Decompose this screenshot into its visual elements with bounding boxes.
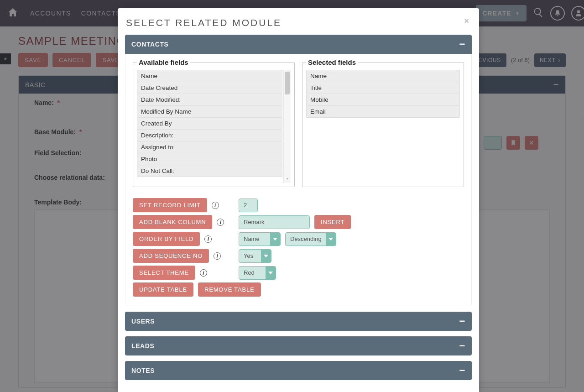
scrollbar-thumb[interactable] [285, 72, 290, 94]
accordion-users: USERS− [125, 312, 472, 331]
available-field-item[interactable]: Assigned to: [137, 141, 282, 153]
accordion-header-leads[interactable]: LEADS− [125, 336, 472, 355]
minus-icon: − [459, 365, 465, 376]
minus-icon: − [459, 38, 465, 50]
available-field-item[interactable]: Do Not Call: [137, 165, 282, 177]
selected-field-item[interactable]: Mobile [306, 94, 460, 106]
selected-fields-legend: Selected fields [306, 58, 358, 66]
accordion-leads: LEADS− [125, 336, 472, 355]
modal-title: SELECT RELATED MODULE [126, 17, 472, 28]
selected-field-item[interactable]: Email [306, 105, 460, 118]
selected-field-item[interactable]: Name [306, 70, 460, 82]
available-field-item[interactable]: Date Created [137, 82, 282, 94]
set-record-limit-button[interactable]: SET RECORD LIMIT [133, 198, 207, 212]
scroll-down-icon[interactable] [284, 175, 291, 183]
caret-down-icon [264, 255, 268, 257]
sequence-select[interactable]: Yes [239, 249, 271, 263]
insert-button[interactable]: INSERT [314, 215, 351, 229]
info-icon[interactable]: i [204, 235, 212, 243]
available-fields-legend: Available fields [137, 58, 190, 66]
select-theme-button[interactable]: SELECT THEME [133, 266, 195, 280]
available-fields-box: Available fields NameDate CreatedDate Mo… [133, 58, 295, 187]
minus-icon: − [459, 340, 465, 352]
caret-down-icon [328, 238, 333, 240]
select-related-module-modal: × SELECT RELATED MODULE CONTACTS − Avail… [118, 8, 479, 392]
order-field-select[interactable]: Name [239, 232, 281, 246]
available-field-item[interactable]: Name [137, 70, 282, 82]
available-field-item[interactable]: Description: [137, 129, 282, 141]
info-icon[interactable]: i [217, 219, 224, 226]
accordion-title: NOTES [131, 367, 155, 374]
available-field-item[interactable]: Modified By Name [137, 105, 282, 118]
accordion-header-contacts[interactable]: CONTACTS − [125, 35, 472, 54]
order-by-field-button[interactable]: ORDER BY FIELD [133, 232, 200, 246]
available-field-item[interactable]: Photo [137, 153, 282, 165]
minus-icon: − [459, 315, 465, 327]
accordion-header-users[interactable]: USERS− [125, 312, 472, 331]
info-icon[interactable]: i [214, 252, 221, 260]
order-dir-value: Descending [290, 235, 322, 242]
info-icon[interactable]: i [212, 202, 219, 209]
info-icon[interactable]: i [200, 269, 207, 277]
accordion-header-notes[interactable]: NOTES− [125, 361, 472, 380]
selected-fields-box: Selected fields NameTitleMobileEmail [302, 58, 464, 187]
add-blank-column-button[interactable]: ADD BLANK COLUMN [133, 215, 212, 229]
theme-select[interactable]: Red [239, 266, 276, 280]
theme-value: Red [244, 269, 255, 276]
accordion-title-contacts: CONTACTS [131, 41, 169, 48]
order-dir-select[interactable]: Descending [285, 232, 336, 246]
caret-down-icon [268, 272, 273, 274]
scrollbar[interactable] [283, 70, 291, 183]
available-field-item[interactable]: Created By [137, 117, 282, 130]
accordion-title: USERS [131, 318, 155, 325]
accordion-title: LEADS [131, 342, 154, 350]
order-field-value: Name [244, 235, 260, 242]
accordion-contacts: CONTACTS − Available fields NameDate Cre… [125, 35, 472, 305]
record-limit-input[interactable] [239, 199, 258, 212]
blank-column-input[interactable] [239, 215, 310, 229]
add-sequence-button[interactable]: ADD SEQUENCE NO [133, 249, 209, 263]
remove-table-button[interactable]: REMOVE TABLE [198, 282, 261, 297]
update-table-button[interactable]: UPDATE TABLE [133, 282, 193, 297]
selected-field-item[interactable]: Title [306, 82, 460, 94]
sequence-value: Yes [244, 252, 253, 259]
available-field-item[interactable]: Date Modified: [137, 94, 282, 106]
modal-close-icon[interactable]: × [464, 16, 469, 26]
accordion-notes: NOTES− [125, 361, 472, 380]
caret-down-icon [273, 238, 277, 240]
